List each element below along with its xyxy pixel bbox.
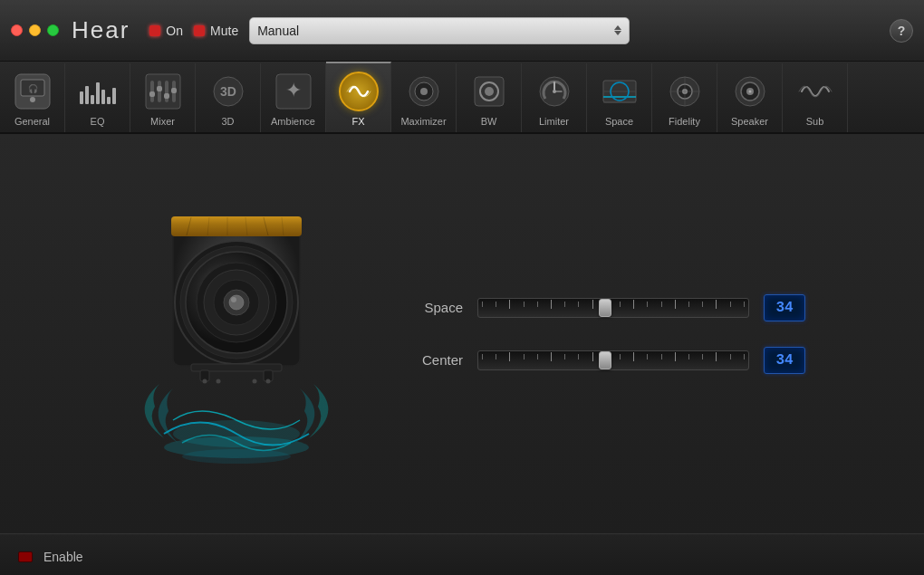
tab-mixer[interactable]: Mixer: [130, 63, 196, 132]
tick: [730, 302, 731, 307]
tick: [564, 354, 565, 359]
tick: [509, 300, 510, 309]
tab-space-label: Space: [605, 116, 633, 127]
mixer-tab-icon: [142, 71, 184, 112]
fx-tab-icon: [338, 71, 380, 112]
tab-fx-label: FX: [351, 116, 364, 127]
help-button[interactable]: ?: [890, 19, 913, 43]
tab-limiter[interactable]: Limiter: [522, 63, 587, 132]
tab-sub[interactable]: Sub: [783, 63, 848, 132]
svg-rect-9: [149, 91, 155, 97]
svg-rect-7: [165, 81, 168, 102]
fidelity-tab-icon: [664, 71, 706, 112]
svg-point-65: [266, 379, 271, 383]
maximizer-tab-icon: [403, 71, 445, 112]
space-control-row: Space: [409, 294, 805, 321]
center-value-display: 34: [764, 347, 805, 374]
tick: [620, 354, 621, 359]
tab-bw-label: BW: [481, 116, 497, 127]
bottombar: Enable: [0, 533, 924, 575]
3d-tab-icon: 3D: [207, 71, 249, 112]
tab-fidelity[interactable]: Fidelity: [652, 63, 717, 132]
space-label: Space: [409, 300, 463, 315]
svg-point-64: [253, 379, 257, 383]
tab-3d-label: 3D: [221, 116, 234, 127]
tab-space[interactable]: Space: [587, 63, 652, 132]
app-title: Hear: [72, 16, 130, 44]
content-area: Space: [18, 152, 906, 515]
tab-sub-label: Sub: [806, 116, 824, 127]
svg-text:🎧: 🎧: [27, 83, 38, 94]
preset-dropdown[interactable]: Manual: [249, 17, 630, 44]
svg-point-56: [229, 295, 244, 310]
tick: [496, 354, 496, 359]
tab-general[interactable]: 🎧 General: [0, 63, 65, 132]
minimize-button[interactable]: [29, 24, 41, 36]
tick: [647, 354, 648, 359]
space-tab-icon: [599, 71, 640, 112]
tabbar: 🎧 General EQ: [0, 62, 924, 134]
tab-general-label: General: [14, 116, 50, 127]
on-button[interactable]: On: [149, 24, 183, 38]
tick: [744, 354, 745, 359]
tab-eq-label: EQ: [91, 116, 105, 127]
center-slider[interactable]: [477, 350, 749, 370]
tab-limiter-label: Limiter: [539, 116, 569, 127]
tick: [633, 300, 634, 309]
center-slider-thumb[interactable]: [599, 351, 611, 369]
tick: [524, 302, 525, 307]
tick: [744, 302, 745, 307]
svg-rect-10: [157, 86, 162, 91]
tab-3d[interactable]: 3D 3D: [196, 63, 261, 132]
tick: [716, 300, 717, 309]
ambience-tab-icon: ✦: [273, 71, 314, 112]
tick: [730, 354, 731, 359]
tick: [661, 302, 662, 307]
svg-text:3D: 3D: [220, 84, 236, 99]
tab-bw[interactable]: BW: [457, 63, 522, 132]
tick: [482, 302, 483, 307]
tick: [551, 300, 552, 309]
tick: [688, 302, 689, 307]
speaker-tab-icon: [729, 71, 771, 112]
tick: [578, 302, 579, 307]
close-button[interactable]: [11, 24, 23, 36]
tick: [537, 354, 538, 359]
bw-tab-icon: [468, 71, 510, 112]
tick: [702, 302, 703, 307]
preset-arrows: [614, 25, 621, 35]
svg-text:✦: ✦: [285, 79, 302, 101]
tick: [524, 354, 525, 359]
main-content: Space: [0, 134, 924, 533]
tick: [633, 352, 634, 361]
header-controls: On Mute Manual ?: [149, 17, 913, 44]
space-value-display: 34: [764, 294, 805, 321]
svg-point-26: [553, 90, 556, 93]
tick: [647, 302, 648, 307]
tick: [675, 352, 676, 361]
center-ticks: [478, 353, 748, 360]
tab-ambience[interactable]: ✦ Ambience: [261, 63, 326, 132]
maximize-button[interactable]: [47, 24, 59, 36]
space-slider-thumb[interactable]: [599, 299, 611, 317]
tick: [551, 352, 552, 361]
svg-point-62: [203, 379, 207, 383]
tab-speaker[interactable]: Speaker: [717, 63, 783, 132]
general-tab-icon: 🎧: [12, 71, 53, 112]
tab-eq[interactable]: EQ: [65, 63, 130, 132]
center-control-row: Center: [409, 347, 805, 374]
enable-label: Enable: [43, 550, 83, 564]
tick: [592, 300, 593, 309]
tick: [688, 354, 689, 359]
svg-rect-11: [164, 93, 169, 99]
sub-tab-icon: [794, 71, 836, 112]
tick: [482, 354, 483, 359]
mute-button[interactable]: Mute: [194, 24, 238, 38]
svg-point-63: [217, 379, 221, 383]
arrow-down-icon: [614, 31, 621, 35]
tab-fx[interactable]: FX: [326, 62, 391, 132]
tab-maximizer[interactable]: Maximizer: [391, 63, 457, 132]
mute-led: [194, 25, 205, 36]
space-slider[interactable]: [477, 298, 749, 318]
tick: [661, 354, 662, 359]
